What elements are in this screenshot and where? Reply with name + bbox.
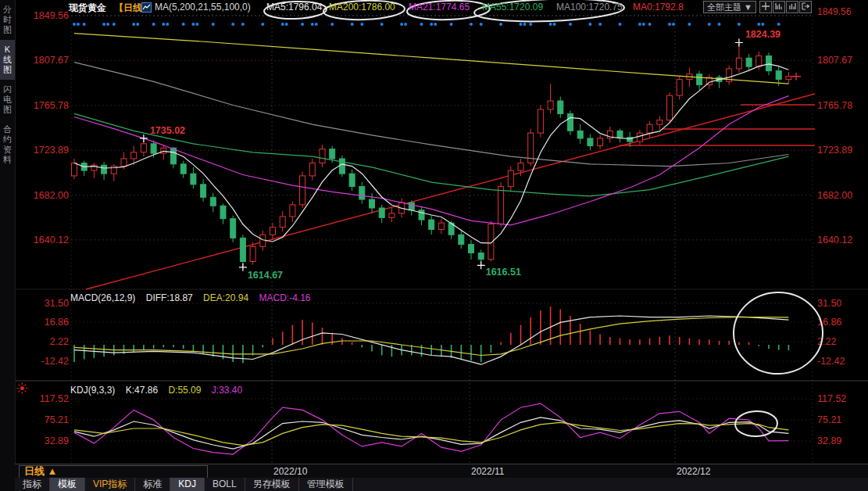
event-dot — [569, 23, 572, 26]
candle-body — [220, 206, 226, 218]
event-dot — [588, 23, 591, 26]
axis-top-price: 1849.56 — [817, 6, 851, 17]
candle-body — [577, 131, 583, 138]
candle-body — [250, 246, 255, 261]
date-label-2: 2022/12 — [677, 466, 710, 477]
event-dot — [301, 23, 304, 26]
ma21-line — [74, 96, 788, 225]
compress-chart-button[interactable] — [773, 1, 785, 13]
candle-body — [359, 187, 365, 199]
exit-fullscreen-button[interactable] — [799, 1, 812, 13]
trading-app: { "header": { "symbol": "现货黄金", "period_… — [0, 0, 868, 491]
date-label-0: 2022/10 — [273, 466, 307, 477]
candle-body — [330, 149, 335, 159]
candle-body — [419, 210, 424, 220]
candle-body — [538, 109, 543, 133]
extreme-price-label: 1735.02 — [150, 125, 185, 136]
candle-body — [151, 144, 156, 153]
candle-body — [617, 131, 623, 137]
bottom-tab-3[interactable]: 标准 — [135, 478, 170, 491]
candle-body — [756, 56, 762, 66]
event-dot — [132, 23, 135, 26]
candle-body — [191, 174, 196, 185]
event-dot — [380, 23, 384, 26]
event-dot — [523, 23, 527, 26]
bottom-tab-2[interactable]: VIP指标 — [85, 478, 135, 491]
event-dot — [73, 23, 76, 26]
price-axis-label-left: 1723.89 — [34, 145, 69, 156]
header-ma-value-3: MA55:1720.09 — [482, 2, 543, 13]
candle-body — [588, 138, 593, 146]
macd-header: MACD(26,12,9) DIFF:18.87 DEA:20.94 MACD:… — [70, 292, 319, 303]
macd-axis-label-right: -12.42 — [817, 356, 845, 367]
exit-arrow-icon — [802, 2, 809, 10]
candle-body — [339, 159, 345, 174]
header-ma-value-2: MA21:1774.65 — [409, 2, 470, 13]
macd-title: MACD(26,12,9) — [70, 292, 135, 303]
event-dot — [261, 23, 264, 26]
kdj-axis-label-right: 32.89 — [817, 435, 841, 446]
bottom-tab-7[interactable]: 管理模板 — [299, 478, 353, 491]
candle-body — [598, 138, 603, 146]
price-axis-label-right: 1723.89 — [817, 145, 852, 156]
sidebar-item-2[interactable]: 闪电图 — [0, 80, 15, 120]
event-dot — [708, 23, 711, 26]
kdj-j-value: J:33.40 — [212, 385, 242, 396]
sidebar-item-1[interactable]: K线图 — [0, 40, 15, 80]
event-dot — [434, 23, 437, 26]
candle-body — [518, 163, 523, 170]
extreme-price-label: 1616.51 — [486, 267, 521, 278]
candle-body — [131, 152, 137, 159]
theme-dropdown-label: 全部主题 — [707, 2, 741, 12]
macd-diff-value: DIFF:18.87 — [146, 292, 193, 303]
price-axis-label-left: 1682.00 — [34, 190, 69, 201]
sidebar-item-3[interactable]: 合约资料 — [0, 120, 15, 170]
price-axis-label-left: 1765.78 — [34, 100, 69, 111]
candle-body — [459, 235, 464, 244]
event-dot — [470, 23, 473, 26]
bottom-tab-1[interactable]: 模板 — [50, 478, 85, 491]
event-dot — [113, 23, 116, 26]
bottom-tab-5[interactable]: BOLL — [205, 478, 245, 491]
event-dot — [285, 23, 288, 26]
candle-body — [102, 165, 107, 174]
candle-body — [370, 199, 375, 208]
candle-body — [171, 148, 177, 164]
candle-body — [508, 170, 513, 187]
chart-canvas[interactable]: 1849.561807.671807.671765.781765.781723.… — [0, 0, 868, 491]
candle-body — [280, 217, 285, 228]
candle-body — [270, 228, 276, 235]
mini-chart-icon — [141, 2, 152, 13]
bottom-tab-4[interactable]: KDJ — [170, 478, 205, 491]
event-dot — [106, 23, 109, 26]
candle-body — [349, 174, 355, 186]
candle-body — [429, 220, 434, 229]
header-ma-value-5: MA0:1792.8 — [633, 2, 684, 13]
event-dot — [152, 23, 155, 26]
crosshair-tool-button[interactable] — [759, 1, 772, 13]
crosshair-icon — [762, 2, 770, 10]
theme-dropdown[interactable]: 全部主题 ▼ — [703, 1, 756, 13]
expand-chart-button[interactable] — [786, 1, 798, 13]
chevron-down-icon: ▼ — [744, 2, 752, 12]
macd-axis-label-left: -12.42 — [41, 356, 69, 367]
bottom-tab-6[interactable]: 另存模板 — [245, 478, 299, 491]
header-ma-value-0: MA5:1796.04 — [266, 2, 322, 13]
event-dot — [450, 23, 453, 26]
macd-axis-label-right: 31.50 — [817, 298, 841, 309]
candle-body — [201, 185, 206, 197]
macd-axis-label-left: 2.22 — [50, 336, 69, 347]
bottom-tab-0[interactable]: 指标 — [15, 478, 50, 491]
trend-line — [86, 94, 815, 289]
event-dot — [549, 23, 552, 26]
event-dot — [688, 23, 691, 26]
event-dot — [360, 23, 363, 26]
period-selector[interactable]: 日线 ▲ — [24, 464, 57, 478]
event-dot — [400, 23, 403, 26]
candle-body — [498, 187, 504, 224]
kdj-j-line — [74, 403, 788, 454]
kdj-d-value: D:55.09 — [168, 385, 201, 396]
event-dot — [520, 23, 523, 26]
ma-config: MA(5,200,21,55,100,0) — [155, 2, 251, 13]
indicator-settings-sun-icon[interactable] — [16, 382, 28, 394]
